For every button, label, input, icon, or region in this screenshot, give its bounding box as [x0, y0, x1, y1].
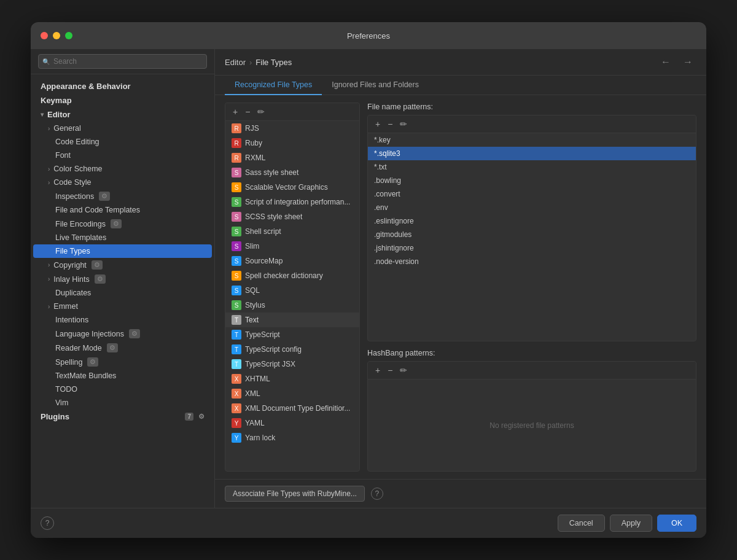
breadcrumb-parent: Editor	[225, 58, 246, 67]
close-button[interactable]	[41, 32, 48, 39]
edit-pattern-button[interactable]: ✏	[397, 118, 410, 130]
back-button[interactable]: ←	[657, 55, 674, 69]
file-type-item[interactable]: SSCSS style sheet	[225, 209, 359, 224]
edit-hashbang-button[interactable]: ✏	[397, 364, 410, 376]
sidebar-item-code-editing[interactable]: Code Editing	[33, 135, 212, 149]
sidebar-item-todo[interactable]: TODO	[33, 383, 212, 396]
sidebar-item-file-code-templates[interactable]: File and Code Templates	[33, 203, 212, 217]
file-type-item[interactable]: SScript of integration performan...	[225, 195, 359, 209]
file-type-item[interactable]: RRuby	[225, 136, 359, 150]
tab-recognized-file-types[interactable]: Recognized File Types	[225, 76, 322, 95]
forward-button[interactable]: →	[679, 55, 696, 69]
pattern-item[interactable]: .convert	[368, 187, 696, 201]
minimize-button[interactable]	[53, 32, 60, 39]
sidebar-item-language-injections[interactable]: Language Injections ⚙	[33, 327, 212, 341]
file-type-item[interactable]: TTypeScript config	[225, 342, 359, 357]
pattern-item[interactable]: *.sqlite3	[368, 147, 696, 160]
file-type-item[interactable]: YYarn lock	[225, 430, 359, 445]
sidebar-item-file-types[interactable]: File Types	[33, 244, 212, 258]
remove-hashbang-button[interactable]: −	[385, 364, 395, 376]
tab-ignored-files-folders[interactable]: Ignored Files and Folders	[322, 76, 429, 95]
sidebar-item-inlay-hints[interactable]: › Inlay Hints ⚙	[33, 272, 212, 286]
sidebar-item-inspections[interactable]: Inspections ⚙	[33, 189, 212, 203]
sidebar-item-spelling[interactable]: Spelling ⚙	[33, 355, 212, 369]
sidebar-label: Editor	[47, 110, 71, 119]
pattern-item[interactable]: .node-version	[368, 255, 696, 268]
sidebar-item-live-templates[interactable]: Live Templates	[33, 231, 212, 244]
cancel-button[interactable]: Cancel	[558, 515, 605, 532]
sidebar-label: Copyright	[53, 261, 87, 270]
sidebar-item-appearance[interactable]: Appearance & Behavior	[33, 79, 212, 93]
file-type-label: Ruby	[245, 139, 262, 147]
file-type-item[interactable]: SSass style sheet	[225, 165, 359, 180]
sidebar-item-vim[interactable]: Vim	[33, 396, 212, 410]
file-type-item[interactable]: TTypeScript JSX	[225, 357, 359, 371]
pattern-item[interactable]: .bowling	[368, 174, 696, 187]
sidebar-item-font[interactable]: Font	[33, 149, 212, 162]
edit-file-type-button[interactable]: ✏	[255, 106, 267, 118]
pattern-item[interactable]: .gitmodules	[368, 228, 696, 241]
file-type-item[interactable]: RRXML	[225, 150, 359, 165]
sidebar-label: Code Style	[53, 178, 91, 187]
file-type-item[interactable]: SSQL	[225, 283, 359, 298]
add-file-type-button[interactable]: +	[230, 106, 240, 118]
sidebar-item-duplicates[interactable]: Duplicates	[33, 286, 212, 300]
file-type-item[interactable]: XXHTML	[225, 371, 359, 386]
settings-icon: ⚙	[95, 274, 106, 284]
file-type-item[interactable]: SSpell checker dictionary	[225, 268, 359, 283]
file-types-list-section: + − ✏ RRJSRRubyRRXMLSSass style sheetSSc…	[225, 103, 360, 472]
pattern-item[interactable]: .env	[368, 201, 696, 214]
file-type-item[interactable]: SSourceMap	[225, 254, 359, 268]
sidebar-item-general[interactable]: › General	[33, 122, 212, 135]
ok-button[interactable]: OK	[657, 515, 696, 532]
sidebar-label: Intentions	[55, 316, 88, 324]
sidebar-item-emmet[interactable]: › Emmet	[33, 300, 212, 313]
hashbang-toolbar: + − ✏	[368, 362, 696, 379]
pattern-item[interactable]: .jshintignore	[368, 241, 696, 255]
apply-button[interactable]: Apply	[610, 515, 652, 532]
sidebar-list: Appearance & Behavior Keymap ▾ Editor › …	[31, 74, 214, 508]
sidebar-item-plugins[interactable]: Plugins 7 ⚙	[33, 410, 212, 424]
add-hashbang-button[interactable]: +	[373, 364, 383, 376]
sidebar-item-copyright[interactable]: › Copyright ⚙	[33, 258, 212, 272]
sidebar-label: Font	[55, 151, 71, 160]
sidebar-item-reader-mode[interactable]: Reader Mode ⚙	[33, 341, 212, 355]
sidebar-item-keymap[interactable]: Keymap	[33, 93, 212, 107]
sidebar: Appearance & Behavior Keymap ▾ Editor › …	[31, 49, 215, 508]
file-type-item[interactable]: SScalable Vector Graphics	[225, 180, 359, 195]
breadcrumb-separator: ›	[249, 58, 252, 67]
remove-file-type-button[interactable]: −	[243, 106, 252, 118]
file-type-item[interactable]: TText	[225, 313, 359, 327]
file-type-item[interactable]: SSlim	[225, 239, 359, 254]
tabs-bar: Recognized File Types Ignored Files and …	[215, 76, 706, 95]
pattern-item[interactable]: *.key	[368, 133, 696, 147]
pattern-item[interactable]: .eslintignore	[368, 214, 696, 228]
file-type-item[interactable]: RRJS	[225, 121, 359, 136]
chevron-right-icon: ›	[48, 262, 50, 268]
file-type-item[interactable]: XXML	[225, 386, 359, 401]
settings-icon: ⚙	[92, 260, 103, 270]
sidebar-item-textmate-bundles[interactable]: TextMate Bundles	[33, 369, 212, 383]
sidebar-item-file-encodings[interactable]: File Encodings ⚙	[33, 217, 212, 231]
remove-pattern-button[interactable]: −	[385, 118, 395, 130]
pattern-item[interactable]: *.txt	[368, 160, 696, 174]
file-type-item[interactable]: XXML Document Type Definitior...	[225, 401, 359, 416]
search-input[interactable]	[38, 54, 207, 69]
help-icon[interactable]: ?	[371, 488, 383, 500]
sidebar-label: Spelling	[55, 358, 82, 367]
add-pattern-button[interactable]: +	[373, 118, 383, 130]
file-type-label: XML	[245, 389, 260, 398]
sidebar-label: Emmet	[53, 302, 78, 311]
help-button[interactable]: ?	[41, 516, 54, 530]
associate-button[interactable]: Associate File Types with RubyMine...	[225, 486, 365, 502]
file-type-item[interactable]: SStylus	[225, 298, 359, 313]
file-type-item[interactable]: TTypeScript	[225, 327, 359, 342]
file-type-item[interactable]: SShell script	[225, 224, 359, 239]
file-type-item[interactable]: YYAML	[225, 416, 359, 430]
sidebar-item-code-style[interactable]: › Code Style	[33, 176, 212, 189]
sidebar-item-color-scheme[interactable]: › Color Scheme	[33, 162, 212, 176]
sidebar-label: TextMate Bundles	[55, 371, 116, 380]
sidebar-item-intentions[interactable]: Intentions	[33, 313, 212, 327]
sidebar-item-editor[interactable]: ▾ Editor	[33, 107, 212, 122]
maximize-button[interactable]	[65, 32, 72, 39]
